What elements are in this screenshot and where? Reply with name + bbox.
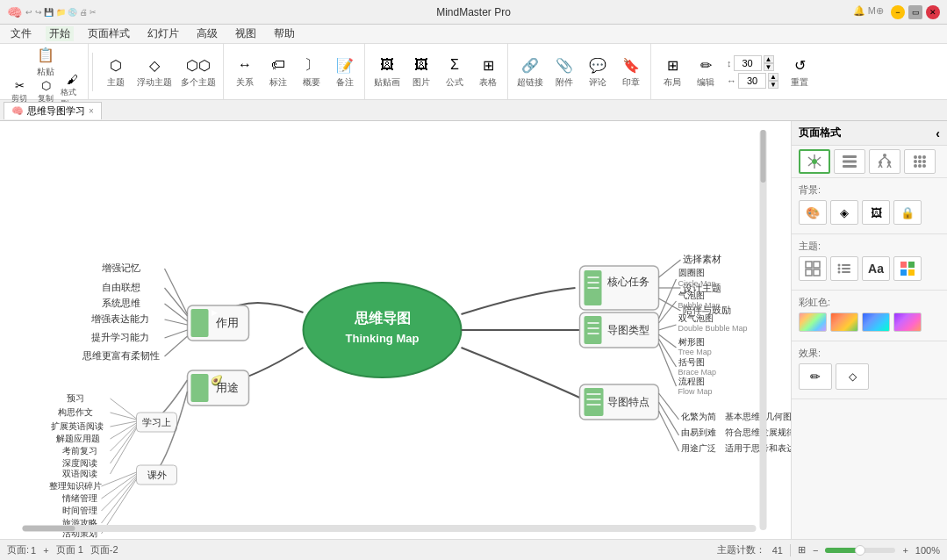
menu-help[interactable]: 帮助 xyxy=(270,26,298,41)
menu-start[interactable]: 开始 xyxy=(46,26,74,41)
table-button[interactable]: ⊞ 表格 xyxy=(472,53,504,90)
layout-type-list[interactable] xyxy=(834,149,865,174)
comment-button[interactable]: 💬 评论 xyxy=(582,53,613,90)
theme-color-button[interactable] xyxy=(893,256,922,281)
minimize-button[interactable]: − xyxy=(891,5,905,19)
stamp-button[interactable]: 🔖 印章 xyxy=(615,53,647,90)
layout-button[interactable]: ⊞ 布局 xyxy=(656,53,688,90)
page-1-label: 页面 1 xyxy=(56,543,83,556)
sticker-label: 贴贴画 xyxy=(374,76,400,89)
right-panel: 页面格式 ‹ 背景: 🎨 ◈ 🖼 🔒 xyxy=(791,121,947,539)
menu-view[interactable]: 视图 xyxy=(232,26,260,41)
panel-collapse-icon[interactable]: ‹ xyxy=(936,126,940,140)
layout-type-tree[interactable] xyxy=(869,149,900,174)
tag-button[interactable]: 🏷 标注 xyxy=(262,53,294,90)
effect-pen-button[interactable]: ✏ xyxy=(799,363,832,390)
menu-page-style[interactable]: 页面样式 xyxy=(84,26,133,41)
tab-close-button[interactable]: × xyxy=(89,106,94,116)
color-swatch-2[interactable] xyxy=(830,312,858,332)
hyperlink-button[interactable]: 🔗 超链接 xyxy=(513,53,547,90)
theme-dots-button[interactable] xyxy=(830,256,858,281)
svg-line-112 xyxy=(808,163,812,167)
formula-button[interactable]: Σ 公式 xyxy=(439,53,470,90)
copy-icon: ⬡ xyxy=(37,79,54,92)
svg-rect-146 xyxy=(908,262,915,268)
canvas[interactable]: 思维导图 Thinking Map 核心任务 选择素材 设计主题 陪伴与鼓励 xyxy=(0,121,791,539)
svg-text:考前复习: 考前复习 xyxy=(62,446,97,456)
image-button[interactable]: 🖼 图片 xyxy=(405,53,437,90)
color-swatch-3[interactable] xyxy=(862,312,890,332)
close-button[interactable]: ✕ xyxy=(926,5,940,19)
color-swatch-1[interactable] xyxy=(799,312,827,332)
bg-image-button[interactable]: 🖼 xyxy=(862,200,890,225)
outline-button[interactable]: 〕 概要 xyxy=(296,53,327,90)
outline-label: 概要 xyxy=(303,76,320,89)
edit-button[interactable]: ✏ 编辑 xyxy=(690,53,721,90)
note-button[interactable]: 📝 备注 xyxy=(329,53,361,90)
theme-grid-button[interactable] xyxy=(799,256,827,281)
svg-text:思维导图: 思维导图 xyxy=(354,310,411,326)
reset-button[interactable]: ↺ 重置 xyxy=(784,53,815,90)
reset-label: 重置 xyxy=(791,76,808,89)
spinner2-up[interactable]: ▲ xyxy=(768,73,778,81)
paste-button[interactable]: 📋 粘贴 xyxy=(30,42,61,80)
sticker-button[interactable]: 🖼 贴贴画 xyxy=(370,53,404,90)
svg-line-118 xyxy=(880,157,885,161)
multi-button[interactable]: ⬡⬡ 多个主题 xyxy=(177,53,219,90)
svg-text:增强表达能力: 增强表达能力 xyxy=(90,313,149,324)
theme-button[interactable]: ⬡ 主题 xyxy=(100,53,132,90)
panel-header: 页面格式 ‹ xyxy=(792,121,947,146)
menu-file[interactable]: 文件 xyxy=(7,26,35,41)
svg-text:用途: 用途 xyxy=(216,381,239,394)
format-button[interactable]: 🖌 格式刷 xyxy=(60,82,84,101)
float-button[interactable]: ◇ 浮动主题 xyxy=(133,53,176,90)
page-1-tab[interactable]: 页面 1 xyxy=(56,543,83,556)
window-controls[interactable]: 🔔 M⊕ − ▭ ✕ xyxy=(853,5,940,19)
zoom-slider[interactable] xyxy=(825,548,895,553)
tab-mindmap[interactable]: 🧠 思维导图学习 × xyxy=(4,102,102,119)
fit-page-button[interactable]: ⊞ xyxy=(798,544,806,556)
svg-rect-41 xyxy=(585,388,604,416)
restore-button[interactable]: ▭ xyxy=(908,5,922,19)
stamp-label: 印章 xyxy=(622,76,640,89)
color-swatch-4[interactable] xyxy=(893,312,922,332)
zoom-handle[interactable] xyxy=(855,545,865,556)
zoom-in-button[interactable]: + xyxy=(902,545,908,556)
spinner1-up[interactable]: ▲ xyxy=(764,55,774,63)
svg-rect-137 xyxy=(806,269,812,276)
attachment-button[interactable]: 📎 附件 xyxy=(549,53,580,90)
bg-gradient-button[interactable]: ◈ xyxy=(830,200,858,225)
sticker-icon: 🖼 xyxy=(377,54,398,75)
copy-button[interactable]: ⬡ 复制 xyxy=(33,82,58,101)
spinner2-down[interactable]: ▼ xyxy=(768,81,778,89)
media-group: 🖼 贴贴画 🖼 图片 Σ 公式 ⊞ 表格 xyxy=(367,44,508,99)
relation-button[interactable]: ↔ 关系 xyxy=(229,53,261,90)
cut-button[interactable]: ✂ 剪切 xyxy=(7,82,32,101)
svg-point-121 xyxy=(887,161,891,164)
layout-type-dots[interactable] xyxy=(904,149,936,174)
menu-advanced[interactable]: 高级 xyxy=(193,26,221,41)
spinner2-input[interactable] xyxy=(738,73,766,89)
zoom-out-button[interactable]: − xyxy=(813,545,818,556)
svg-text:Circle Map: Circle Map xyxy=(678,279,716,288)
svg-line-109 xyxy=(817,157,821,161)
svg-point-139 xyxy=(838,264,841,267)
page-2-tab[interactable]: 页面-2 xyxy=(90,543,118,556)
bg-lock-button[interactable]: 🔒 xyxy=(893,200,922,225)
spinner1-input[interactable] xyxy=(734,55,762,71)
svg-rect-115 xyxy=(843,161,857,163)
menu-slideshow[interactable]: 幻灯片 xyxy=(144,26,183,41)
outline-icon: 〕 xyxy=(301,54,322,75)
theme-text-button[interactable]: Aa xyxy=(862,256,890,281)
add-page-button[interactable]: + xyxy=(43,545,48,556)
layout-type-radial[interactable] xyxy=(799,149,830,174)
svg-text:课外: 课外 xyxy=(147,470,167,480)
effect-eraser-button[interactable]: ◇ xyxy=(836,363,869,390)
spinner1-down[interactable]: ▼ xyxy=(764,63,774,71)
link-group: 🔗 超链接 📎 附件 💬 评论 🔖 印章 xyxy=(510,44,651,99)
bg-fill-button[interactable]: 🎨 xyxy=(799,200,827,225)
paste-label: 粘贴 xyxy=(37,66,54,78)
svg-rect-106 xyxy=(23,526,75,531)
svg-rect-104 xyxy=(761,130,766,183)
svg-text:Flow Map: Flow Map xyxy=(678,387,713,396)
